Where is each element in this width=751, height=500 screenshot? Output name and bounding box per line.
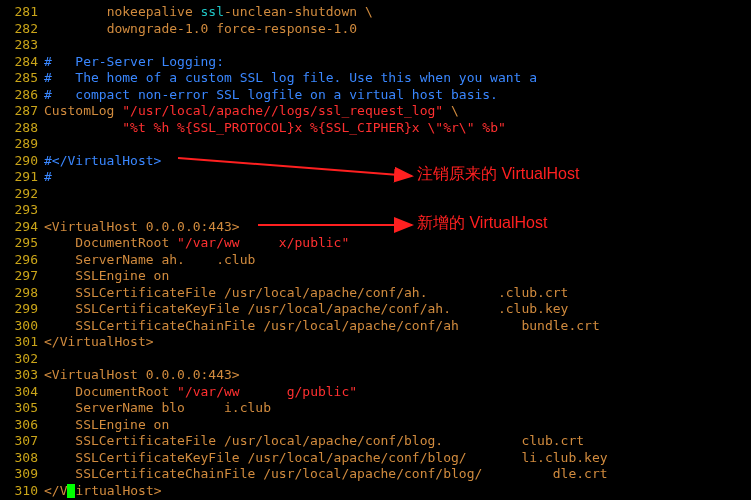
code-content: DocumentRoot "/var/wwxxxxxx/public" <box>44 235 751 252</box>
code-content: SSLEngine on <box>44 417 751 434</box>
code-content: SSLCertificateKeyFile /usr/local/apache/… <box>44 301 751 318</box>
code-content: </VirtualHost> <box>44 483 751 500</box>
code-line[interactable]: 289 <box>0 136 751 153</box>
code-line[interactable]: 299 SSLCertificateKeyFile /usr/local/apa… <box>0 301 751 318</box>
code-content: # Per-Server Logging: <box>44 54 751 71</box>
code-content: SSLCertificateFile /usr/local/apache/con… <box>44 285 751 302</box>
code-line[interactable]: 304 DocumentRoot "/var/wwxxxxxxg/public" <box>0 384 751 401</box>
code-content: CustomLog "/usr/local/apache//logs/ssl_r… <box>44 103 751 120</box>
line-number: 302 <box>0 351 44 368</box>
line-number: 294 <box>0 219 44 236</box>
code-content <box>44 37 751 54</box>
code-content: <VirtualHost 0.0.0.0:443> <box>44 367 751 384</box>
code-line[interactable]: 293 <box>0 202 751 219</box>
line-number: 286 <box>0 87 44 104</box>
code-line[interactable]: 283 <box>0 37 751 54</box>
code-line[interactable]: 298 SSLCertificateFile /usr/local/apache… <box>0 285 751 302</box>
code-line[interactable]: 301</VirtualHost> <box>0 334 751 351</box>
code-line[interactable]: 295 DocumentRoot "/var/wwxxxxxx/public" <box>0 235 751 252</box>
code-content <box>44 202 751 219</box>
code-content: </VirtualHost> <box>44 334 751 351</box>
code-content: # compact non-error SSL logfile on a vir… <box>44 87 751 104</box>
code-line[interactable]: 296 ServerName ah.xxxx.club <box>0 252 751 269</box>
code-line[interactable]: 302 <box>0 351 751 368</box>
code-line[interactable]: 288 "%t %h %{SSL_PROTOCOL}x %{SSL_CIPHER… <box>0 120 751 137</box>
line-number: 290 <box>0 153 44 170</box>
code-content: # The home of a custom SSL log file. Use… <box>44 70 751 87</box>
line-number: 296 <box>0 252 44 269</box>
line-number: 289 <box>0 136 44 153</box>
line-number: 300 <box>0 318 44 335</box>
line-number: 298 <box>0 285 44 302</box>
line-number: 281 <box>0 4 44 21</box>
code-content: SSLEngine on <box>44 268 751 285</box>
code-line[interactable]: 292 <box>0 186 751 203</box>
code-line[interactable]: 307 SSLCertificateFile /usr/local/apache… <box>0 433 751 450</box>
code-line[interactable]: 294<VirtualHost 0.0.0.0:443> <box>0 219 751 236</box>
code-line[interactable]: 309 SSLCertificateChainFile /usr/local/a… <box>0 466 751 483</box>
code-line[interactable]: 290#</VirtualHost> <box>0 153 751 170</box>
code-line[interactable]: 303<VirtualHost 0.0.0.0:443> <box>0 367 751 384</box>
line-number: 282 <box>0 21 44 38</box>
code-content <box>44 351 751 368</box>
line-number: 287 <box>0 103 44 120</box>
code-content <box>44 136 751 153</box>
code-line[interactable]: 284# Per-Server Logging: <box>0 54 751 71</box>
code-content: <VirtualHost 0.0.0.0:443> <box>44 219 751 236</box>
code-content: SSLCertificateChainFile /usr/local/apach… <box>44 466 751 483</box>
line-number: 293 <box>0 202 44 219</box>
line-number: 285 <box>0 70 44 87</box>
code-content: #</VirtualHost> <box>44 153 751 170</box>
line-number: 308 <box>0 450 44 467</box>
code-line[interactable]: 306 SSLEngine on <box>0 417 751 434</box>
line-number: 297 <box>0 268 44 285</box>
code-line[interactable]: 308 SSLCertificateKeyFile /usr/local/apa… <box>0 450 751 467</box>
line-number: 305 <box>0 400 44 417</box>
code-content: "%t %h %{SSL_PROTOCOL}x %{SSL_CIPHER}x \… <box>44 120 751 137</box>
line-number: 303 <box>0 367 44 384</box>
line-number: 307 <box>0 433 44 450</box>
code-content: downgrade-1.0 force-response-1.0 <box>44 21 751 38</box>
code-content: ServerName bloxxxxxi.club <box>44 400 751 417</box>
code-editor[interactable]: 281 nokeepalive ssl-unclean-shutdown \28… <box>0 0 751 499</box>
code-content: # <box>44 169 751 186</box>
line-number: 288 <box>0 120 44 137</box>
code-line[interactable]: 297 SSLEngine on <box>0 268 751 285</box>
line-number: 295 <box>0 235 44 252</box>
line-number: 299 <box>0 301 44 318</box>
code-content: ServerName ah.xxxx.club <box>44 252 751 269</box>
line-number: 301 <box>0 334 44 351</box>
code-line[interactable]: 285# The home of a custom SSL log file. … <box>0 70 751 87</box>
code-line[interactable]: 282 downgrade-1.0 force-response-1.0 <box>0 21 751 38</box>
line-number: 309 <box>0 466 44 483</box>
code-line[interactable]: 287CustomLog "/usr/local/apache//logs/ss… <box>0 103 751 120</box>
line-number: 306 <box>0 417 44 434</box>
code-line[interactable]: 305 ServerName bloxxxxxi.club <box>0 400 751 417</box>
code-line[interactable]: 281 nokeepalive ssl-unclean-shutdown \ <box>0 4 751 21</box>
code-content <box>44 186 751 203</box>
code-content: SSLCertificateKeyFile /usr/local/apache/… <box>44 450 751 467</box>
line-number: 292 <box>0 186 44 203</box>
code-content: SSLCertificateChainFile /usr/local/apach… <box>44 318 751 335</box>
line-number: 291 <box>0 169 44 186</box>
code-content: SSLCertificateFile /usr/local/apache/con… <box>44 433 751 450</box>
code-line[interactable]: 286# compact non-error SSL logfile on a … <box>0 87 751 104</box>
line-number: 283 <box>0 37 44 54</box>
line-number: 284 <box>0 54 44 71</box>
line-number: 304 <box>0 384 44 401</box>
code-content: DocumentRoot "/var/wwxxxxxxg/public" <box>44 384 751 401</box>
line-number: 310 <box>0 483 44 500</box>
code-line[interactable]: 291# <box>0 169 751 186</box>
code-content: nokeepalive ssl-unclean-shutdown \ <box>44 4 751 21</box>
code-line[interactable]: 300 SSLCertificateChainFile /usr/local/a… <box>0 318 751 335</box>
code-line[interactable]: 310</VirtualHost> <box>0 483 751 500</box>
